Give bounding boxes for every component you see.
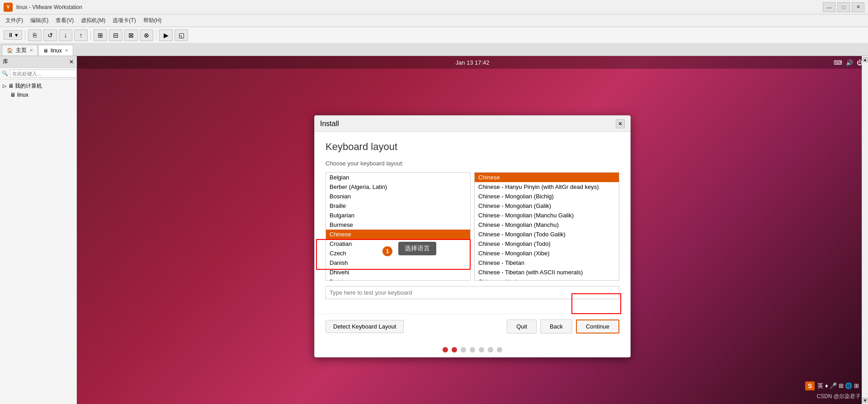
nav-buttons: Quit Back Continue bbox=[507, 319, 619, 334]
toolbar: ⏸ ▾ ⎘ ↺ ↓ ↑ ⊞ ⊟ ⊠ ⊗ ▶ ◱ bbox=[0, 27, 868, 43]
maximize-button[interactable]: □ bbox=[837, 2, 850, 12]
vm-statusbar: Jan 13 17:42 ⌨ 🔊 ⏻ bbox=[77, 56, 868, 69]
list-item-chinese-tibetan[interactable]: Chinese - Tibetan bbox=[475, 258, 619, 268]
list-item-chinese-default[interactable]: Chinese bbox=[475, 173, 619, 182]
list-item-bosnian[interactable]: Bosnian bbox=[326, 192, 470, 201]
sidebar-item-my-computer[interactable]: ▷ 🖥 我的计算机 bbox=[3, 81, 74, 91]
pause-dropdown-icon: ▾ bbox=[15, 32, 18, 38]
list-item-czech[interactable]: Czech bbox=[326, 249, 470, 258]
app-title: linux - VMware Workstation bbox=[16, 4, 823, 10]
back-button[interactable]: Back bbox=[540, 319, 572, 334]
menu-tabs[interactable]: 选项卡(T) bbox=[109, 16, 139, 25]
menu-help[interactable]: 帮助(H) bbox=[140, 16, 165, 25]
menu-edit[interactable]: 编辑(E) bbox=[27, 16, 52, 25]
list-item-chinese-hanyu[interactable]: Chinese - Hanyu Pinyin (with AltGr dead … bbox=[475, 182, 619, 192]
volume-tray-icon: 🔊 bbox=[846, 59, 853, 66]
pause-button[interactable]: ⏸ ▾ bbox=[4, 30, 22, 40]
dialog-subtitle: Choose your keyboard layout: bbox=[326, 160, 619, 167]
dialog-footer: Detect Keyboard Layout Quit Back Continu… bbox=[315, 314, 630, 343]
list-item-chinese-mongolian-galik[interactable]: Chinese - Mongolian (Galik) bbox=[475, 201, 619, 211]
vm-datetime: Jan 13 17:42 bbox=[455, 59, 489, 66]
dot-5 bbox=[479, 347, 484, 352]
list-item-chinese-mongolian-xibe[interactable]: Chinese - Mongolian (Xibe) bbox=[475, 249, 619, 258]
tab-linux-close[interactable]: ✕ bbox=[65, 48, 68, 53]
linux-icon: 🖥 bbox=[43, 48, 48, 53]
scroll-down[interactable]: ▼ bbox=[863, 398, 868, 403]
toolbar-send-ctrl-alt-del[interactable]: ⎘ bbox=[28, 29, 42, 41]
dialog-titlebar: Install ✕ bbox=[315, 116, 630, 132]
vm-display[interactable]: Jan 13 17:42 ⌨ 🔊 ⏻ Install ✕ Keyboard la… bbox=[77, 56, 868, 404]
toolbar-view-mirror[interactable]: ⊗ bbox=[140, 29, 153, 41]
list-item-chinese-mongolian-manchu-galik[interactable]: Chinese - Mongolian (Manchu Galik) bbox=[475, 211, 619, 220]
scroll-up[interactable]: ▲ bbox=[863, 57, 868, 62]
list-item-chinese-tibetan-ascii[interactable]: Chinese - Tibetan (with ASCII numerals) bbox=[475, 268, 619, 277]
detect-keyboard-button[interactable]: Detect Keyboard Layout bbox=[326, 320, 404, 333]
csdn-logo: S bbox=[805, 381, 815, 390]
window-controls: — □ ✕ bbox=[823, 2, 864, 12]
toolbar-view-unity[interactable]: ⊟ bbox=[109, 29, 123, 41]
csdn-icons: 英 ♦ 🎤 ⊞ 🌐 ⊞ bbox=[817, 382, 859, 390]
keyboard-test-input[interactable] bbox=[326, 286, 619, 299]
install-dialog: Install ✕ Keyboard layout Choose your ke… bbox=[314, 115, 631, 357]
list-item-burmese[interactable]: Burmese bbox=[326, 220, 470, 230]
menubar: 文件(F) 编辑(E) 查看(V) 虚拟机(M) 选项卡(T) 帮助(H) bbox=[0, 14, 868, 27]
computer-icon: ▷ bbox=[3, 83, 6, 89]
continue-button[interactable]: Continue bbox=[576, 319, 619, 334]
toolbar-view-full[interactable]: ⊞ bbox=[94, 29, 107, 41]
minimize-button[interactable]: — bbox=[823, 2, 835, 12]
language-list[interactable]: Belgian Berber (Algeria, Latin) Bosnian … bbox=[326, 172, 471, 281]
list-item-braille[interactable]: Braille bbox=[326, 201, 470, 211]
csdn-attribution: CSDN @尔染君子 bbox=[816, 393, 861, 400]
list-item-dhivehi[interactable]: Dhivehi bbox=[326, 268, 470, 277]
toolbar-console[interactable]: ▶ bbox=[159, 29, 173, 41]
list-item-chinese-mongolian-todo[interactable]: Chinese - Mongolian (Todo) bbox=[475, 239, 619, 249]
list-item-chinese[interactable]: Chinese bbox=[326, 230, 470, 239]
dot-3 bbox=[461, 347, 466, 352]
toolbar-sep-2 bbox=[90, 30, 91, 40]
menu-view[interactable]: 查看(V) bbox=[52, 16, 77, 25]
list-item-chinese-mongolian-bichig[interactable]: Chinese - Mongolian (Bichig) bbox=[475, 192, 619, 201]
toolbar-restart[interactable]: ↑ bbox=[74, 29, 88, 41]
toolbar-snapshot[interactable]: ◱ bbox=[175, 29, 188, 41]
home-icon: 🏠 bbox=[7, 47, 13, 53]
toolbar-sep-3 bbox=[156, 30, 156, 40]
tabbar: 🏠 主页 ✕ 🖥 linux ✕ bbox=[0, 43, 868, 56]
my-computer-label: 🖥 我的计算机 bbox=[8, 82, 42, 90]
sidebar-tree: ▷ 🖥 我的计算机 🖥 linux bbox=[0, 80, 76, 101]
pause-icon: ⏸ bbox=[8, 32, 14, 38]
dialog-title: Install bbox=[320, 120, 339, 128]
toolbar-suspend[interactable]: ↓ bbox=[59, 29, 72, 41]
tab-linux-label: linux bbox=[51, 47, 62, 54]
menu-file[interactable]: 文件(F) bbox=[2, 16, 27, 25]
search-icon: 🔍 bbox=[2, 70, 8, 76]
list-item-berber[interactable]: Berber (Algeria, Latin) bbox=[326, 182, 470, 192]
sidebar-close-icon[interactable]: ✕ bbox=[69, 59, 74, 65]
tab-linux[interactable]: 🖥 linux ✕ bbox=[38, 45, 73, 56]
list-item-bulgarian[interactable]: Bulgarian bbox=[326, 211, 470, 220]
scrollbar-right[interactable]: ▲ ▼ bbox=[862, 56, 868, 404]
list-item-chinese-mongolian-todo-galik[interactable]: Chinese - Mongolian (Todo Galik) bbox=[475, 230, 619, 239]
sidebar-header-label: 库 bbox=[3, 58, 8, 66]
list-item-dutch[interactable]: Dutch bbox=[326, 277, 470, 281]
sidebar-item-linux[interactable]: 🖥 linux bbox=[3, 91, 74, 99]
tab-home[interactable]: 🏠 主页 ✕ bbox=[2, 45, 38, 56]
tab-home-label: 主页 bbox=[16, 47, 27, 54]
dialog-heading: Keyboard layout bbox=[326, 141, 619, 153]
list-item-croatian[interactable]: Croatian bbox=[326, 239, 470, 249]
menu-vm[interactable]: 虚拟机(M) bbox=[77, 16, 109, 25]
toolbar-power-on[interactable]: ↺ bbox=[43, 29, 57, 41]
dot-1 bbox=[443, 347, 448, 352]
dialog-close-button[interactable]: ✕ bbox=[616, 119, 625, 128]
tab-home-close[interactable]: ✕ bbox=[29, 48, 33, 53]
variant-list[interactable]: Chinese Chinese - Hanyu Pinyin (with Alt… bbox=[474, 172, 619, 281]
list-item-belgian[interactable]: Belgian bbox=[326, 173, 470, 182]
dot-6 bbox=[488, 347, 493, 352]
toolbar-view-split[interactable]: ⊠ bbox=[124, 29, 138, 41]
list-item-chinese-uyghur[interactable]: Chinese - Uyghur bbox=[475, 277, 619, 281]
quit-button[interactable]: Quit bbox=[507, 319, 537, 334]
close-button[interactable]: ✕ bbox=[852, 2, 864, 12]
sidebar: 库 ✕ 🔍 ▷ 🖥 我的计算机 🖥 linux bbox=[0, 56, 77, 404]
list-item-danish[interactable]: Danish bbox=[326, 258, 470, 268]
list-item-chinese-mongolian-manchu[interactable]: Chinese - Mongolian (Manchu) bbox=[475, 220, 619, 230]
search-input[interactable] bbox=[10, 70, 77, 78]
